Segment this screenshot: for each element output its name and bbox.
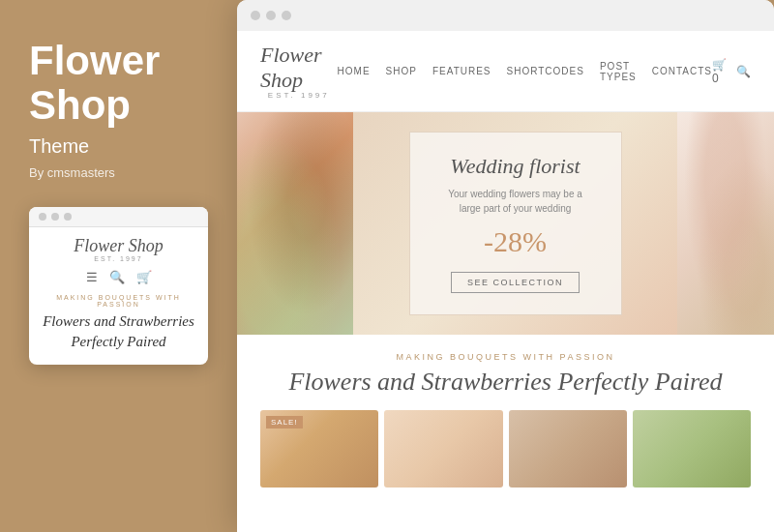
mini-nav-icons: ☰ 🔍 🛒	[41, 270, 196, 284]
mini-tagline: Making Bouquets With Passion	[41, 294, 196, 308]
mini-logo-sub: EST. 1997	[74, 255, 164, 262]
content-tagline: MAKING BOUQUETS WITH PASSION	[260, 352, 751, 362]
hero-right-image	[677, 112, 774, 335]
sale-badge: SALE!	[266, 416, 303, 429]
main-title: Flower Shop	[29, 39, 208, 128]
hero-discount: -28%	[439, 225, 592, 258]
nav-shortcodes[interactable]: SHORTCODES	[507, 66, 584, 76]
mini-browser-content: Flower Shop EST. 1997 ☰ 🔍 🛒 Making Bouqu…	[29, 227, 208, 365]
product-card-2[interactable]	[384, 410, 502, 488]
site-logo: Flower Shop	[260, 43, 338, 93]
mini-logo: Flower Shop	[74, 237, 164, 254]
mini-browser-preview: Flower Shop EST. 1997 ☰ 🔍 🛒 Making Bouqu…	[29, 207, 208, 365]
product-card-3[interactable]	[509, 410, 627, 488]
mini-browser-bar	[29, 207, 208, 227]
dot-1	[251, 11, 260, 20]
hero-title: Wedding florist	[439, 154, 592, 179]
product-card-1[interactable]: SALE!	[260, 410, 378, 488]
right-browser: Flower Shop EST. 1997 HOME SHOP FEATURES…	[237, 0, 774, 532]
content-section: MAKING BOUQUETS WITH PASSION Flowers and…	[237, 335, 774, 497]
nav-features[interactable]: FEATURES	[432, 66, 491, 76]
theme-label: Theme	[29, 135, 208, 158]
mini-search-icon: 🔍	[109, 270, 125, 284]
site-nav[interactable]: HOME SHOP FEATURES SHORTCODES POST TYPES…	[338, 61, 712, 82]
hero-center: Wedding florist Your wedding flowers may…	[353, 112, 677, 335]
browser-chrome-bar	[237, 0, 774, 31]
hero-left-image	[237, 112, 353, 335]
nav-shop[interactable]: SHOP	[386, 66, 417, 76]
mini-dot-3	[64, 213, 72, 221]
content-heading: Flowers and Strawberries Perfectly Paire…	[260, 368, 751, 397]
site-header: Flower Shop EST. 1997 HOME SHOP FEATURES…	[237, 31, 774, 112]
cart-icon[interactable]: 🛒 0	[712, 58, 727, 85]
site-logo-area: Flower Shop EST. 1997	[260, 43, 338, 100]
mini-heading: Flowers and Strawberries Perfectly Paire…	[41, 311, 196, 351]
mini-menu-icon: ☰	[86, 270, 98, 284]
product-card-4[interactable]	[633, 410, 751, 488]
search-icon[interactable]: 🔍	[736, 65, 751, 78]
product-row: SALE!	[260, 410, 751, 488]
nav-post-types[interactable]: POST TYPES	[600, 61, 637, 82]
browser-body: Flower Shop EST. 1997 HOME SHOP FEATURES…	[237, 31, 774, 532]
dot-2	[266, 11, 276, 20]
hero-overlay-card: Wedding florist Your wedding flowers may…	[409, 132, 622, 315]
hero-subtitle: Your wedding flowers may be a large part…	[439, 187, 592, 216]
site-header-icons: 🛒 0 🔍	[712, 58, 751, 85]
author-label: By cmsmasters	[29, 165, 208, 180]
site-logo-sub: EST. 1997	[260, 91, 338, 100]
mini-dot-2	[51, 213, 59, 221]
mini-dot-1	[39, 213, 46, 221]
see-collection-button[interactable]: SEE COLLECTION	[451, 272, 580, 293]
mini-logo-area: Flower Shop EST. 1997	[41, 237, 196, 262]
nav-home[interactable]: HOME	[338, 66, 371, 76]
mini-cart-icon: 🛒	[136, 270, 152, 284]
nav-contacts[interactable]: CONTACTS	[652, 66, 712, 76]
left-panel: Flower Shop Theme By cmsmasters Flower S…	[0, 0, 237, 532]
hero-section: Wedding florist Your wedding flowers may…	[237, 112, 774, 335]
dot-3	[282, 11, 291, 20]
